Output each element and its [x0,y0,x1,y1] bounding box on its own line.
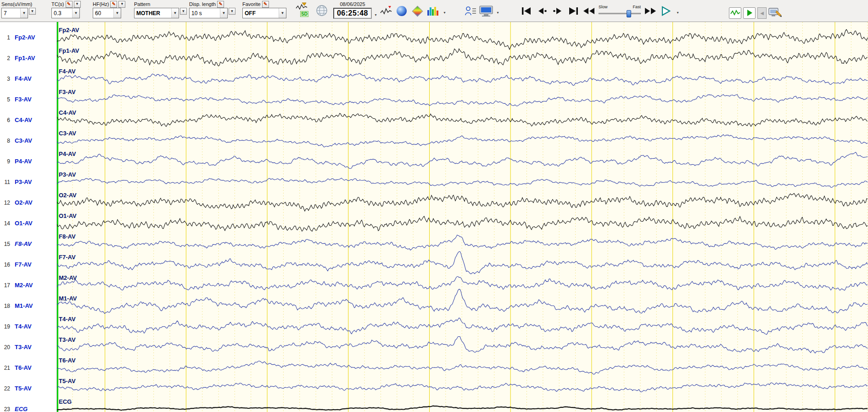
record-date: 08/06/2025 [333,1,372,8]
play-button[interactable] [659,4,673,18]
step-back-button[interactable] [535,4,549,18]
eeg-trace-ECG [57,406,868,411]
fast-forward-button[interactable] [644,4,657,18]
eeg-trace-M2-AV [57,277,868,290]
trace-label-M1-AV: M1-AV [59,295,77,302]
skip-last-icon [568,7,579,15]
channel-row[interactable]: 12O2-AV [0,198,33,207]
tc-control: TC(s) ✎ ▼ 0.3▼ [51,0,81,18]
channel-row[interactable]: 5F3-AV [0,95,32,104]
datetime-display: 08/06/2025 06:25:48 ▾ [333,1,379,19]
trace-label-ECG: ECG [59,398,72,405]
channel-row[interactable]: 2Fp1-AV [0,54,35,63]
channel-row[interactable]: 11P3-AV [0,178,32,187]
chevron-down-icon[interactable]: ▼ [220,8,227,18]
channel-label: T5-AV [15,384,32,393]
hf-edit-button[interactable]: ✎ [110,1,117,8]
live-wave-button[interactable] [729,7,741,19]
favorite-edit-button[interactable]: ✎ [262,1,269,8]
topography-button[interactable] [410,4,424,18]
sens-control: Sens(uV/mm) 7▼ ▼ [1,0,36,18]
tc-combo[interactable]: 0.3▼ [51,8,80,18]
channel-row[interactable]: 3F4-AV [0,74,32,84]
trace-label-C3-AV: C3-AV [59,130,76,137]
sens-dropdown-button[interactable]: ▼ [29,8,36,15]
color-density-button[interactable] [426,4,440,18]
channel-number: 15 [0,239,10,249]
channel-label: O2-AV [15,198,33,207]
channel-number: 9 [0,157,10,166]
rewind-icon [582,7,595,15]
green-play-icon [746,9,753,17]
trace-label-M2-AV: M2-AV [59,274,77,281]
channel-row[interactable]: 23ECG [0,405,28,412]
start-playback-button[interactable] [743,7,756,19]
rewind-button[interactable] [582,4,596,18]
disp-length-dropdown-button[interactable]: ▼ [229,8,235,15]
channel-row[interactable]: 9P4-AV [0,157,32,166]
channel-row[interactable]: 6C4-AV [0,116,32,125]
time-dropdown-button[interactable]: ▾ [373,8,379,18]
chevron-down-icon[interactable]: ▼ [171,8,179,18]
channel-row[interactable]: 22T5-AV [0,384,32,393]
chevron-down-icon[interactable]: ▼ [279,8,286,18]
color-bars-icon [427,6,438,16]
channel-row[interactable]: 20T3-AV [0,343,32,352]
channel-row[interactable]: 17M2-AV [0,281,33,290]
tc-dropdown-button[interactable]: ▼ [74,1,81,8]
channel-label: T6-AV [15,363,32,373]
disp-length-combo[interactable]: 10 s▼ [189,8,228,18]
channel-number: 5 [0,95,10,104]
chevron-down-icon[interactable]: ▼ [113,8,121,18]
channel-label: C4-AV [15,116,32,125]
speed-slider-track[interactable] [598,10,642,17]
trace-label-Fp2-AV: Fp2-AV [59,27,79,33]
display-tools-group: ▾ [379,1,448,21]
channel-label: T3-AV [15,343,32,352]
speed-slider-handle[interactable] [627,10,631,17]
channel-row[interactable]: 16F7-AV [0,260,32,269]
favorite-combo[interactable]: OFF▼ [242,8,286,18]
step-forward-button[interactable] [551,4,565,18]
eeg-trace-T4-AV [57,318,868,334]
topomap-diamond-icon [412,6,423,17]
channel-number: 23 [0,405,10,412]
sens-combo[interactable]: 7▼ [1,8,28,18]
tc-edit-button[interactable]: ✎ [66,1,73,8]
remote-setup-button[interactable] [768,6,782,20]
chevron-down-icon[interactable]: ▼ [20,8,28,18]
disp-length-label: Disp. length [189,1,216,7]
eeg-plot-area[interactable]: Fp2-AVFp1-AVF4-AVF3-AVC4-AVC3-AVP4-AVP3-… [57,22,868,412]
chevron-down-icon[interactable]: ▼ [72,8,79,18]
brain-map-button[interactable] [395,4,409,18]
map-tool[interactable] [316,5,328,18]
channel-row[interactable]: 19T4-AV [0,322,32,331]
hf-combo[interactable]: 60▼ [93,8,121,18]
skip-first-button[interactable] [520,4,533,18]
channel-row[interactable]: 18M1-AV [0,301,33,311]
step-back-icon [537,7,548,15]
channel-row[interactable]: 15F8-AV [0,239,32,249]
pattern-combo[interactable]: MOTHER▼ [134,8,179,18]
event-wave-tool-button[interactable] [379,4,393,18]
channel-row[interactable]: 14O1-AV [0,219,33,228]
trace-label-O1-AV: O1-AV [59,212,77,219]
video-review-button[interactable] [479,4,493,18]
channel-row[interactable]: 8C3-AV [0,136,32,145]
channel-row[interactable]: 1Fp2-AV [0,33,35,42]
pattern-dropdown-button[interactable]: ▼ [180,8,187,15]
disp-length-edit-button[interactable]: ✎ [217,1,224,8]
skip-last-button[interactable] [566,4,580,18]
record-tools-dropdown-button[interactable]: ▾ [495,6,501,16]
trace-label-T3-AV: T3-AV [59,336,76,343]
patient-info-button[interactable] [464,4,477,18]
playback-dropdown-button[interactable]: ▾ [675,6,681,16]
display-tools-dropdown-button[interactable]: ▾ [442,6,448,16]
previous-disabled-button[interactable]: ◀ [757,7,767,19]
green-waveform-icon [730,9,740,17]
favorite-label: Favorite [242,1,261,7]
eeg-plot[interactable]: Fp2-AVFp1-AVF4-AVF3-AVC4-AVC3-AVP4-AVP3-… [57,22,868,412]
annotation-sd-tool[interactable]: SD [296,2,309,18]
channel-row[interactable]: 21T6-AV [0,363,32,373]
hf-dropdown-button[interactable]: ▼ [118,1,125,8]
